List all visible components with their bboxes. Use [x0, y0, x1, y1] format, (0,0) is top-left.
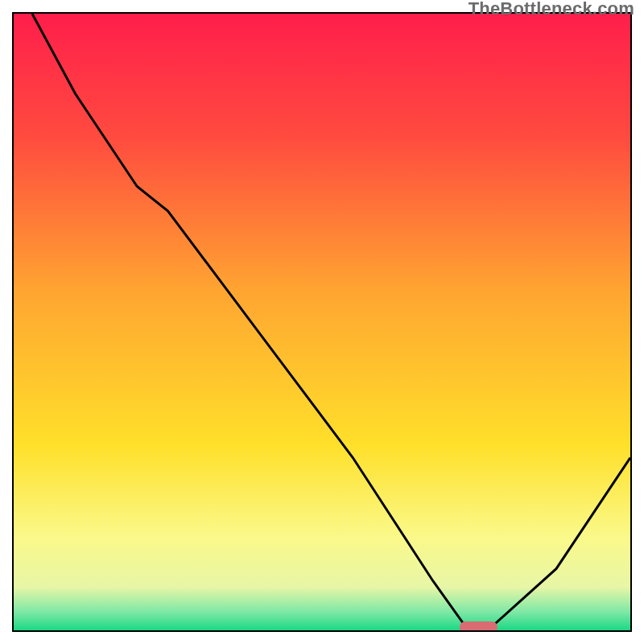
watermark-text: TheBottleneck.com: [469, 0, 634, 19]
bottleneck-curve: [14, 14, 630, 630]
chart-frame: [12, 12, 632, 632]
optimal-marker: [460, 621, 497, 632]
